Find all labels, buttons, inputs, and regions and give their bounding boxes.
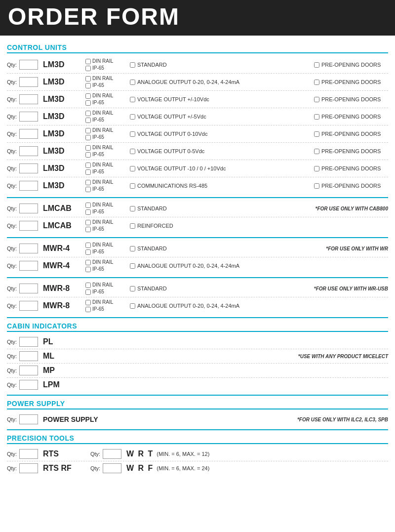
qty-label: Qty: — [7, 368, 18, 373]
table-row: Qty: LPM — [7, 378, 388, 392]
note-right: *FOR USE ONLY WITH CAB800 — [316, 206, 388, 211]
precision-tools-title: PRECISION TOOLS — [7, 434, 388, 444]
pre-opening-checkbox[interactable] — [314, 166, 319, 171]
page-title: ORDER FORM — [8, 5, 387, 29]
qty-input[interactable] — [19, 284, 38, 293]
option-col: REINFORCED — [130, 223, 238, 229]
pre-opening-checkbox[interactable] — [314, 114, 319, 120]
qty-input[interactable] — [19, 221, 38, 231]
option-checkbox[interactable] — [130, 62, 135, 68]
mwr8-section: Qty: MWR-8 DIN RAIL IP-65 STANDARD *FOR … — [7, 280, 388, 314]
pre-opening-checkbox[interactable] — [314, 149, 319, 154]
note-right: *FOR USE ONLY WITH WR-USB — [314, 286, 388, 291]
ip65-check[interactable]: IP-65 — [85, 65, 125, 72]
pre-opening-checkbox[interactable] — [314, 62, 319, 68]
qty-input-2[interactable] — [103, 449, 121, 459]
option-label: VOLTAGE OUTPUT -10 / 0 / +10Vdc — [137, 165, 226, 171]
pre-opening-checkbox[interactable] — [314, 183, 319, 189]
control-units-section: CONTROL UNITS Qty: LM3D DIN RAIL IP-65 S… — [7, 43, 388, 194]
qty-input-2[interactable] — [103, 463, 121, 473]
table-row: Qty: LM3D DIN RAIL IP-65 ANALOGUE OUTPUT… — [7, 74, 388, 91]
table-row: Qty: MWR-8 DIN RAIL IP-65 STANDARD *FOR … — [7, 280, 388, 297]
pre-opening-checkbox[interactable] — [314, 80, 319, 85]
option-label: COMMUNICATIONS RS-485 — [137, 183, 207, 189]
qty-input[interactable] — [19, 129, 38, 139]
option-col: ANALOGUE OUTPUT 0-20, 0-24, 4-24mA — [130, 303, 239, 309]
option-checkbox[interactable] — [130, 149, 135, 154]
option-label: STANDARD — [137, 286, 167, 291]
option-col: VOLTAGE OUTPUT 0-5Vdc — [130, 148, 238, 154]
option-checkbox[interactable] — [130, 303, 135, 309]
qty-input[interactable] — [19, 414, 38, 424]
option-col: VOLTAGE OUTPUT +/-10Vdc — [130, 96, 238, 102]
section-divider — [7, 429, 388, 430]
qty-input[interactable] — [19, 463, 38, 473]
pre-opening-label: PRE-OPENING DOORS — [321, 148, 381, 154]
table-row: Qty: RTS Qty: W R T (MIN. = 6, MAX. = 12… — [7, 447, 388, 461]
pre-opening-checkbox[interactable] — [314, 131, 319, 137]
option-checkbox[interactable] — [130, 114, 135, 120]
product-name: LPM — [43, 380, 82, 389]
qty-input[interactable] — [19, 301, 38, 311]
product-name: POWER SUPPLY — [43, 415, 98, 423]
qty-input[interactable] — [19, 60, 38, 70]
qty-input[interactable] — [19, 351, 38, 361]
qty-label: Qty: — [7, 263, 18, 269]
qty-input[interactable] — [19, 94, 38, 104]
option-label: VOLTAGE OUTPUT +/-5Vdc — [137, 114, 206, 120]
qty-label: Qty: — [7, 205, 18, 211]
qty-label: Qty: — [7, 79, 18, 85]
option-checkbox[interactable] — [130, 131, 135, 137]
table-row: Qty: MWR-4 DIN RAIL IP-65 STANDARD *FOR … — [7, 240, 388, 257]
table-row: Qty: LM3D DIN RAIL IP-65 VOLTAGE OUTPUT … — [7, 125, 388, 143]
qty-input[interactable] — [19, 244, 38, 253]
option-col: VOLTAGE OUTPUT +/-5Vdc — [130, 114, 238, 120]
qty-input[interactable] — [19, 204, 38, 213]
qty-input[interactable] — [19, 449, 38, 459]
qty-input[interactable] — [19, 366, 38, 375]
din-rail-check[interactable]: DIN RAIL — [85, 58, 125, 65]
option-col: VOLTAGE OUTPUT -10 / 0 / +10Vdc — [130, 165, 238, 171]
qty-label: Qty: — [7, 131, 18, 137]
pre-opening-label: PRE-OPENING DOORS — [321, 165, 381, 171]
qty-input[interactable] — [19, 164, 38, 173]
mwr4-section: Qty: MWR-4 DIN RAIL IP-65 STANDARD *FOR … — [7, 240, 388, 274]
product-name: MWR-8 — [43, 301, 82, 310]
qty-label: Qty: — [7, 465, 18, 471]
qty-input[interactable] — [19, 112, 38, 122]
qty-input[interactable] — [19, 77, 38, 87]
qty-input[interactable] — [19, 261, 38, 271]
option-label: ANALOGUE OUTPUT 0-20, 0-24, 4-24mA — [137, 263, 239, 269]
option-checkbox[interactable] — [130, 183, 135, 189]
qty-label: Qty: — [7, 451, 18, 457]
option-col: STANDARD — [130, 286, 238, 291]
pre-opening-col: PRE-OPENING DOORS — [314, 96, 388, 102]
pre-opening-col: PRE-OPENING DOORS — [314, 62, 388, 68]
qty-label: Qty: — [7, 165, 18, 171]
option-checkbox[interactable] — [130, 206, 135, 211]
qty-input[interactable] — [19, 380, 38, 390]
qty-input[interactable] — [19, 181, 38, 191]
option-checkbox[interactable] — [130, 286, 135, 291]
option-checkbox[interactable] — [130, 263, 135, 269]
cabin-note: *USE WITH ANY PRODUCT MICELECT — [298, 354, 388, 359]
qty-input[interactable] — [19, 146, 38, 156]
table-row: Qty: MWR-4 DIN RAIL IP-65 ANALOGUE OUTPU… — [7, 257, 388, 274]
qty-label: Qty: — [7, 303, 18, 309]
pre-opening-label: PRE-OPENING DOORS — [321, 114, 381, 120]
pre-opening-label: PRE-OPENING DOORS — [321, 62, 381, 68]
option-label: ANALOGUE OUTPUT 0-20, 0-24, 4-24mA — [137, 303, 239, 309]
option-checkbox[interactable] — [130, 223, 135, 229]
product-name: LM3D — [43, 60, 82, 69]
option-checkbox[interactable] — [130, 97, 135, 102]
option-checkbox[interactable] — [130, 166, 135, 171]
qty-label: Qty: — [7, 148, 18, 154]
option-label: VOLTAGE OUTPUT 0-10Vdc — [137, 131, 207, 137]
pre-opening-checkbox[interactable] — [314, 97, 319, 102]
qty-input[interactable] — [19, 337, 38, 347]
qty-label: Qty: — [7, 223, 18, 229]
pre-opening-label: PRE-OPENING DOORS — [321, 131, 381, 137]
section-divider — [7, 277, 388, 278]
option-checkbox[interactable] — [130, 80, 135, 85]
option-checkbox[interactable] — [130, 246, 135, 251]
